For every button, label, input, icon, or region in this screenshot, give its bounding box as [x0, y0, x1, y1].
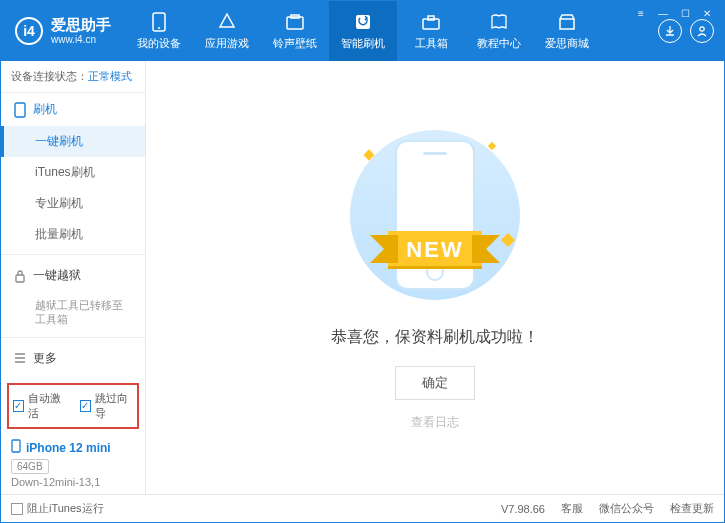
nav-label: 爱思商城 — [545, 36, 589, 51]
status-label: 设备连接状态： — [11, 70, 88, 82]
sidebar-header-more[interactable]: 更多 — [1, 342, 145, 375]
checkmark-icon: ✓ — [80, 400, 91, 412]
header-right: ≡ — ☐ ✕ — [648, 1, 724, 61]
body: 设备连接状态：正常模式 刷机 一键刷机 iTunes刷机 专业刷机 批量刷机 — [1, 61, 724, 494]
sidebar-header-label: 更多 — [33, 350, 57, 367]
sidebar-header-label: 一键越狱 — [33, 267, 81, 284]
store-icon — [557, 12, 577, 32]
lock-icon — [13, 269, 27, 283]
book-icon — [489, 12, 509, 32]
device-info[interactable]: iPhone 12 mini 64GB Down-12mini-13,1 — [1, 433, 145, 494]
nav-apps[interactable]: 应用游戏 — [193, 1, 261, 61]
sidebar-header-jailbreak[interactable]: 一键越狱 — [1, 259, 145, 292]
nav-flash[interactable]: 智能刷机 — [329, 1, 397, 61]
storage-badge: 64GB — [11, 459, 49, 474]
sidebar-header-label: 刷机 — [33, 101, 57, 118]
apps-icon — [217, 12, 237, 32]
svg-rect-9 — [15, 103, 25, 117]
flash-icon — [353, 12, 373, 32]
toolbox-icon — [421, 12, 441, 32]
version-label: V7.98.66 — [501, 503, 545, 515]
new-ribbon: NEW — [388, 231, 481, 269]
download-button[interactable] — [658, 19, 682, 43]
nav-tutorial[interactable]: 教程中心 — [465, 1, 533, 61]
sidebar-group-jailbreak: 一键越狱 越狱工具已转移至 工具箱 — [1, 259, 145, 333]
connection-status: 设备连接状态：正常模式 — [1, 61, 145, 93]
footer-link-support[interactable]: 客服 — [561, 501, 583, 516]
nav-label: 教程中心 — [477, 36, 521, 51]
logo: i4 爱思助手 www.i4.cn — [1, 1, 125, 61]
nav-label: 工具箱 — [415, 36, 448, 51]
view-log-link[interactable]: 查看日志 — [411, 414, 459, 431]
ok-button[interactable]: 确定 — [395, 366, 475, 400]
checkbox-label: 自动激活 — [28, 391, 66, 421]
svg-rect-7 — [560, 19, 574, 29]
status-value: 正常模式 — [88, 70, 132, 82]
nav-my-device[interactable]: 我的设备 — [125, 1, 193, 61]
sidebar: 设备连接状态：正常模式 刷机 一键刷机 iTunes刷机 专业刷机 批量刷机 — [1, 61, 146, 494]
checkbox-skip-guide[interactable]: ✓ 跳过向导 — [80, 391, 133, 421]
sidebar-item-itunes-flash[interactable]: iTunes刷机 — [1, 157, 145, 188]
checkbox-auto-activate[interactable]: ✓ 自动激活 — [13, 391, 66, 421]
main-content: NEW 恭喜您，保资料刷机成功啦！ 确定 查看日志 — [146, 61, 724, 494]
phone-icon — [11, 439, 21, 456]
svg-rect-2 — [287, 17, 303, 29]
sidebar-item-other-tools[interactable]: 其他工具 — [1, 375, 145, 379]
app-window: i4 爱思助手 www.i4.cn 我的设备 应用游戏 铃声壁纸 智能刷机 — [0, 0, 725, 523]
phone-icon — [13, 103, 27, 117]
sidebar-group-more: 更多 其他工具 下载固件 高级功能 — [1, 342, 145, 379]
nav-label: 应用游戏 — [205, 36, 249, 51]
sidebar-item-pro-flash[interactable]: 专业刷机 — [1, 188, 145, 219]
sidebar-item-oneclick-flash[interactable]: 一键刷机 — [1, 126, 145, 157]
device-sub: Down-12mini-13,1 — [11, 476, 135, 488]
close-icon[interactable]: ✕ — [700, 7, 714, 19]
footer-link-update[interactable]: 检查更新 — [670, 501, 714, 516]
svg-point-8 — [700, 27, 704, 31]
device-name: iPhone 12 mini — [26, 441, 111, 455]
sidebar-header-flash[interactable]: 刷机 — [1, 93, 145, 126]
nav-label: 我的设备 — [137, 36, 181, 51]
success-message: 恭喜您，保资料刷机成功啦！ — [331, 327, 539, 348]
checkbox-label: 跳过向导 — [95, 391, 133, 421]
svg-rect-11 — [12, 440, 20, 452]
media-icon — [285, 12, 305, 32]
top-nav: 我的设备 应用游戏 铃声壁纸 智能刷机 工具箱 教程中心 — [125, 1, 648, 61]
maximize-icon[interactable]: ☐ — [678, 7, 692, 19]
checkmark-icon: ✓ — [13, 400, 24, 412]
options-box: ✓ 自动激活 ✓ 跳过向导 — [7, 383, 139, 429]
checkbox-icon — [11, 503, 23, 515]
footer: 阻止iTunes运行 V7.98.66 客服 微信公众号 检查更新 — [1, 494, 724, 522]
phone-icon — [149, 12, 169, 32]
footer-link-wechat[interactable]: 微信公众号 — [599, 501, 654, 516]
svg-point-1 — [158, 27, 160, 29]
svg-rect-4 — [356, 15, 370, 29]
checkbox-label: 阻止iTunes运行 — [27, 502, 104, 514]
nav-label: 铃声壁纸 — [273, 36, 317, 51]
svg-rect-10 — [16, 275, 24, 282]
logo-icon: i4 — [15, 17, 43, 45]
account-button[interactable] — [690, 19, 714, 43]
list-icon — [13, 351, 27, 365]
brand-name: 爱思助手 — [51, 16, 111, 34]
nav-label: 智能刷机 — [341, 36, 385, 51]
sidebar-item-batch-flash[interactable]: 批量刷机 — [1, 219, 145, 250]
menu-icon[interactable]: ≡ — [634, 7, 648, 19]
nav-toolbox[interactable]: 工具箱 — [397, 1, 465, 61]
brand-url: www.i4.cn — [51, 34, 111, 46]
jailbreak-note: 越狱工具已转移至 工具箱 — [1, 292, 145, 333]
checkbox-block-itunes[interactable]: 阻止iTunes运行 — [11, 501, 104, 516]
svg-rect-6 — [428, 16, 434, 20]
nav-media[interactable]: 铃声壁纸 — [261, 1, 329, 61]
header: i4 爱思助手 www.i4.cn 我的设备 应用游戏 铃声壁纸 智能刷机 — [1, 1, 724, 61]
success-illustration: NEW — [335, 125, 535, 305]
nav-store[interactable]: 爱思商城 — [533, 1, 601, 61]
sidebar-group-flash: 刷机 一键刷机 iTunes刷机 专业刷机 批量刷机 — [1, 93, 145, 250]
minimize-icon[interactable]: — — [656, 7, 670, 19]
